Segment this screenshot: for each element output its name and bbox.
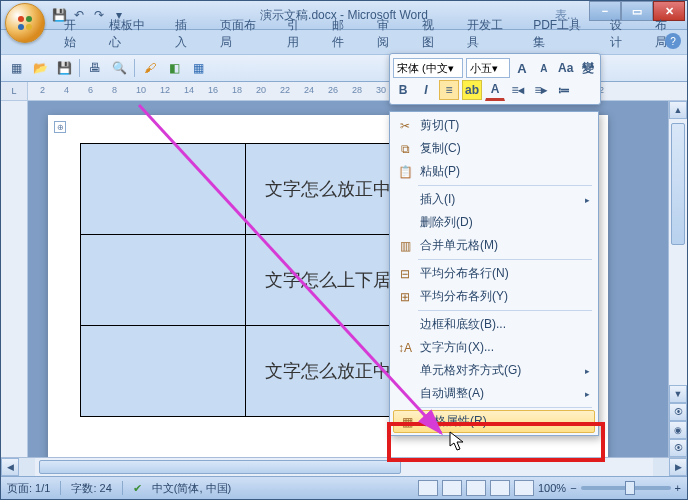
zoom-out-button[interactable]: − [570,482,576,494]
tab-home[interactable]: 开始 [53,13,96,54]
mini-toolbar: 宋体 (中文▾ 小五▾ A A Aa 變 B I ≡ ab A ≡◂ ≡▸ ≔ [389,53,601,105]
submenu-arrow-icon: ▸ [585,195,590,205]
zoom-in-button[interactable]: + [675,482,681,494]
view-fullscreen-button[interactable] [442,480,462,496]
scroll-down-button[interactable]: ▼ [669,385,687,403]
scroll-thumb[interactable] [671,123,685,245]
view-outline-button[interactable] [490,480,510,496]
scroll-left-button[interactable]: ◀ [1,458,19,476]
tab-developer[interactable]: 开发工具 [456,13,520,54]
scroll-right-button[interactable]: ▶ [669,458,687,476]
prev-page-button[interactable]: ⦿ [669,403,687,421]
highlight-button[interactable]: ab [462,80,482,100]
hscroll-thumb[interactable] [39,460,401,474]
menu-insert[interactable]: 插入(I)▸ [392,188,596,211]
tab-review[interactable]: 审阅 [366,13,409,54]
grow-font-button[interactable]: A [513,58,532,78]
submenu-arrow-icon: ▸ [585,366,590,376]
browse-object-button[interactable]: ◉ [669,421,687,439]
new-icon[interactable]: ▦ [7,59,25,77]
scroll-track[interactable] [669,119,687,385]
bullets-button[interactable]: ≔ [554,80,574,100]
shrink-font-button[interactable]: A [534,58,553,78]
office-button[interactable] [5,3,45,43]
menu-distribute-cols[interactable]: ⊞平均分布各列(Y) [392,285,596,308]
change-case-button[interactable]: Aa [556,58,575,78]
tab-references[interactable]: 引用 [276,13,319,54]
menu-separator [418,407,592,408]
status-right: 100% − + [418,480,681,496]
help-button[interactable]: ? [665,33,681,49]
menu-paste[interactable]: 📋粘贴(P) [392,160,596,183]
tab-pagelayout[interactable]: 页面布局 [209,13,273,54]
zoom-level[interactable]: 100% [538,482,566,494]
menu-cut[interactable]: ✂剪切(T) [392,114,596,137]
view-print-button[interactable] [418,480,438,496]
decrease-indent-button[interactable]: ≡◂ [508,80,528,100]
svg-point-2 [18,24,24,30]
separator [134,59,135,77]
italic-button[interactable]: I [416,80,436,100]
table-cell[interactable] [81,235,246,326]
tab-layout[interactable]: 布局 [644,13,687,54]
separator [122,481,123,495]
menu-cell-align[interactable]: 单元格对齐方式(G)▸ [392,359,596,382]
menu-delete-column[interactable]: 删除列(D) [392,211,596,234]
hscroll-track[interactable] [35,458,653,476]
menu-copy[interactable]: ⧉复制(C) [392,137,596,160]
font-color-button[interactable]: A [485,79,505,101]
table-cell[interactable]: 文字怎么放正中 [245,326,411,417]
font-family-select[interactable]: 宋体 (中文▾ [393,58,463,78]
bold-button[interactable]: B [393,80,413,100]
print-icon[interactable]: 🖶 [86,59,104,77]
table-cell[interactable] [81,144,246,235]
menu-separator [418,310,592,311]
menu-distribute-rows[interactable]: ⊟平均分布各行(N) [392,262,596,285]
menu-table-properties[interactable]: ▦表格属性(R)... [393,410,595,433]
vertical-scrollbar[interactable]: ▲ ▼ ⦿ ◉ ⦿ [668,101,687,457]
app-window: 💾 ↶ ↷ ▾ 演示文稿.docx - Microsoft Word 表... … [0,0,688,500]
status-lang[interactable]: 中文(简体, 中国) [152,481,231,496]
tab-mailings[interactable]: 邮件 [321,13,364,54]
status-words[interactable]: 字数: 24 [71,481,111,496]
scroll-up-button[interactable]: ▲ [669,101,687,119]
zoom-thumb[interactable] [625,481,635,495]
table-cell[interactable]: 文字怎么放正中 [245,144,411,235]
style-button[interactable]: 變 [578,58,597,78]
table-cell[interactable]: 文字怎么上下居 [245,235,411,326]
table-move-handle[interactable]: ⊕ [54,121,66,133]
brush-icon[interactable]: 🖌 [141,59,159,77]
menu-borders[interactable]: 边框和底纹(B)... [392,313,596,336]
ruler-vertical[interactable] [1,101,28,457]
tool-a-icon[interactable]: ◧ [165,59,183,77]
view-web-button[interactable] [466,480,486,496]
open-icon[interactable]: 📂 [31,59,49,77]
save2-icon[interactable]: 💾 [55,59,73,77]
center-align-button[interactable]: ≡ [439,80,459,100]
menu-text-direction[interactable]: ↕A文字方向(X)... [392,336,596,359]
menu-autofit[interactable]: 自动调整(A)▸ [392,382,596,405]
ribbon-tabs: 开始 模板中心 插入 页面布局 引用 邮件 审阅 视图 开发工具 PDF工具集 … [1,30,687,54]
svg-point-0 [18,16,24,22]
status-proof-icon[interactable]: ✔ [133,482,142,495]
tab-template[interactable]: 模板中心 [98,13,162,54]
tab-insert[interactable]: 插入 [164,13,207,54]
tab-view[interactable]: 视图 [411,13,454,54]
view-draft-button[interactable] [514,480,534,496]
tool-b-icon[interactable]: ▦ [189,59,207,77]
menu-merge-cells[interactable]: ▥合并单元格(M) [392,234,596,257]
preview-icon[interactable]: 🔍 [110,59,128,77]
increase-indent-button[interactable]: ≡▸ [531,80,551,100]
font-size-select[interactable]: 小五▾ [466,58,510,78]
text-direction-icon: ↕A [396,339,414,357]
zoom-slider[interactable] [581,486,671,490]
ruler-corner[interactable]: L [1,82,28,100]
cut-icon: ✂ [396,117,414,135]
tab-pdf[interactable]: PDF工具集 [522,13,597,54]
table-cell[interactable] [81,326,246,417]
next-page-button[interactable]: ⦿ [669,439,687,457]
status-page[interactable]: 页面: 1/1 [7,481,50,496]
tab-design[interactable]: 设计 [599,13,642,54]
horizontal-scrollbar[interactable]: ◀ ▶ [1,457,687,476]
context-menu: ✂剪切(T) ⧉复制(C) 📋粘贴(P) 插入(I)▸ 删除列(D) ▥合并单元… [389,111,599,436]
